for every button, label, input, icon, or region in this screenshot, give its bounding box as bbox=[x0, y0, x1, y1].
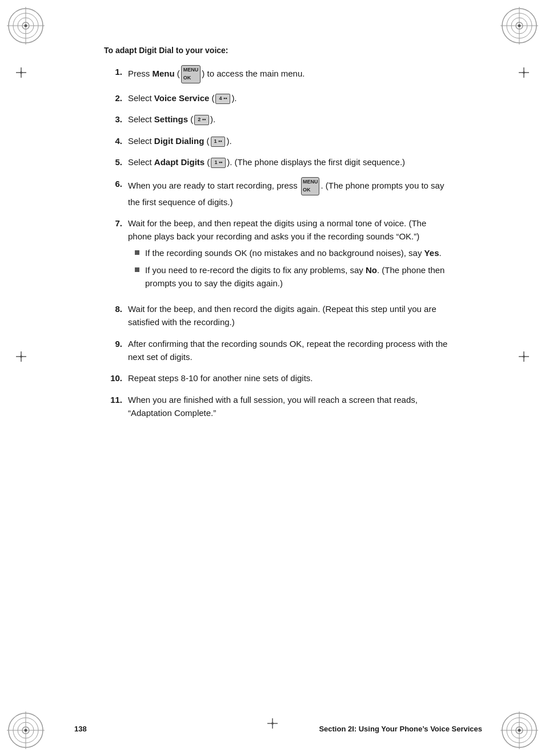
steps-list: 1. Press Menu (MENUOK) to access the mai… bbox=[104, 65, 452, 419]
step-content-2: Select Voice Service (4 ▪▪). bbox=[128, 91, 452, 105]
key-icon-2: 4 ▪▪ bbox=[215, 94, 230, 104]
key-icon-3: 2 ▪▪ bbox=[194, 115, 209, 125]
step-3: 3. Select Settings (2 ▪▪). bbox=[104, 113, 452, 126]
step-content-3: Select Settings (2 ▪▪). bbox=[128, 113, 452, 126]
step-content-10: Repeat steps 8-10 for another nine sets … bbox=[128, 371, 452, 385]
key-icon-4: 1 ▪▪ bbox=[211, 137, 226, 147]
step-content-5: Select Adapt Digits (1 ▪▪). (The phone d… bbox=[128, 155, 452, 169]
step-number-1: 1. bbox=[104, 65, 122, 79]
step-content-8: Wait for the beep, and then record the d… bbox=[128, 302, 452, 329]
page-content: To adapt Digit Dial to your voice: 1. Pr… bbox=[30, 0, 515, 473]
corner-decoration-tl bbox=[6, 6, 46, 46]
step-number-3: 3. bbox=[104, 113, 122, 126]
sub-text-7b: If you need to re-record the digits to f… bbox=[145, 264, 452, 290]
step-8: 8. Wait for the beep, and then record th… bbox=[104, 302, 452, 329]
crosshair-left-mid bbox=[16, 351, 26, 363]
svg-point-42 bbox=[271, 722, 274, 725]
crosshair-right-top bbox=[519, 67, 529, 79]
step-content-9: After confirming that the recording soun… bbox=[128, 337, 452, 364]
svg-point-13 bbox=[518, 25, 521, 27]
step-content-11: When you are finished with a full sessio… bbox=[128, 393, 452, 420]
sub-text-7a: If the recording sounds OK (no mistakes … bbox=[145, 247, 442, 260]
menu-icon-1: MENUOK bbox=[181, 65, 201, 83]
svg-point-36 bbox=[20, 355, 22, 358]
sub-list-7: If the recording sounds OK (no mistakes … bbox=[128, 247, 452, 290]
step-6: 6. When you are ready to start recording… bbox=[104, 177, 452, 209]
sub-bullet-7a bbox=[135, 250, 139, 255]
svg-point-6 bbox=[25, 25, 27, 27]
key-icon-5: 1 ▪▪ bbox=[211, 158, 226, 168]
step-1: 1. Press Menu (MENUOK) to access the mai… bbox=[104, 65, 452, 83]
step-number-11: 11. bbox=[104, 393, 122, 407]
step-content-6: When you are ready to start recording, p… bbox=[128, 177, 452, 209]
step-10: 10. Repeat steps 8-10 for another nine s… bbox=[104, 371, 452, 385]
step-number-6: 6. bbox=[104, 177, 122, 191]
step-number-5: 5. bbox=[104, 155, 122, 169]
footer-section-title: Section 2I: Using Your Phone’s Voice Ser… bbox=[319, 725, 482, 733]
step-7: 7. Wait for the beep, and then repeat th… bbox=[104, 217, 452, 294]
footer-page-number: 138 bbox=[74, 725, 87, 733]
step-9: 9. After confirming that the recording s… bbox=[104, 337, 452, 364]
section-title: To adapt Digit Dial to your voice: bbox=[104, 46, 452, 55]
svg-point-39 bbox=[523, 355, 525, 358]
svg-point-30 bbox=[20, 71, 22, 74]
sub-item-7b: If you need to re-record the digits to f… bbox=[135, 264, 452, 290]
step-number-8: 8. bbox=[104, 302, 122, 316]
step-content-4: Select Digit Dialing (1 ▪▪). bbox=[128, 134, 452, 147]
crosshair-left-top bbox=[16, 67, 26, 79]
sub-bullet-7b bbox=[135, 267, 139, 272]
corner-decoration-tr bbox=[499, 6, 539, 46]
step-number-10: 10. bbox=[104, 371, 122, 385]
step-5: 5. Select Adapt Digits (1 ▪▪). (The phon… bbox=[104, 155, 452, 169]
step-11: 11. When you are finished with a full se… bbox=[104, 393, 452, 420]
step-2: 2. Select Voice Service (4 ▪▪). bbox=[104, 91, 452, 105]
svg-point-33 bbox=[523, 71, 525, 74]
step-content-1: Press Menu (MENUOK) to access the main m… bbox=[128, 65, 452, 83]
step-number-7: 7. bbox=[104, 217, 122, 230]
crosshair-bottom-center bbox=[267, 718, 278, 730]
crosshair-right-mid bbox=[519, 351, 529, 363]
step-number-4: 4. bbox=[104, 134, 122, 148]
sub-item-7a: If the recording sounds OK (no mistakes … bbox=[135, 247, 452, 260]
step-number-9: 9. bbox=[104, 337, 122, 351]
step-number-2: 2. bbox=[104, 91, 122, 105]
step-content-7: Wait for the beep, and then repeat the d… bbox=[128, 217, 452, 294]
menu-icon-6: MENUOK bbox=[301, 177, 320, 195]
step-4: 4. Select Digit Dialing (1 ▪▪). bbox=[104, 134, 452, 148]
